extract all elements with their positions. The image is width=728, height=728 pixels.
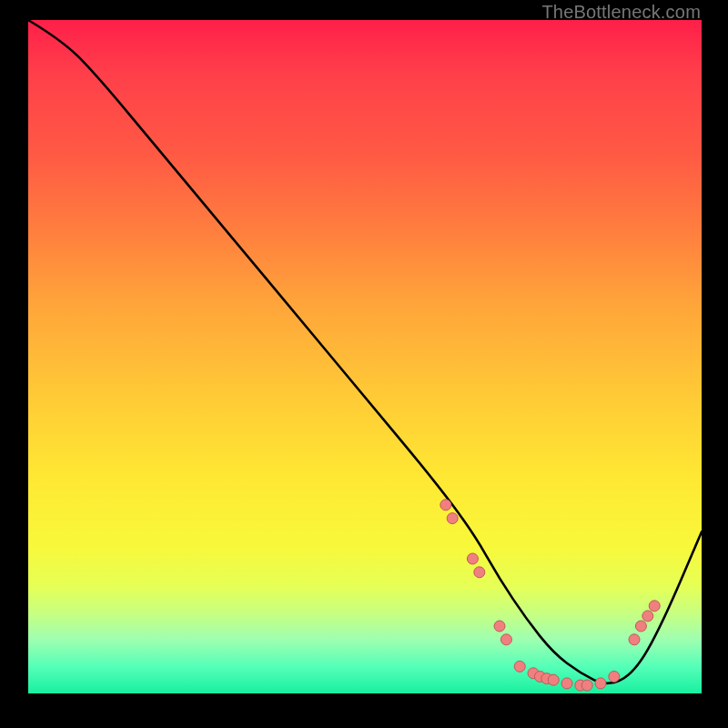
data-point	[548, 674, 559, 685]
curve-markers	[440, 500, 660, 691]
attribution-text: TheBottleneck.com	[541, 2, 701, 23]
data-point	[609, 672, 620, 682]
data-point	[642, 611, 653, 622]
data-point	[440, 500, 451, 511]
curve-line	[28, 20, 702, 683]
data-point	[595, 678, 606, 689]
data-point	[514, 661, 525, 672]
data-point	[447, 513, 458, 524]
data-point	[474, 567, 485, 578]
data-point	[649, 601, 660, 612]
data-point	[467, 553, 478, 564]
data-point	[494, 621, 505, 632]
data-point	[629, 634, 640, 645]
data-point	[561, 678, 572, 689]
data-point	[581, 680, 592, 691]
data-point	[635, 621, 646, 632]
data-point	[500, 634, 511, 645]
chart-svg	[28, 20, 702, 693]
plot-frame	[28, 20, 702, 693]
